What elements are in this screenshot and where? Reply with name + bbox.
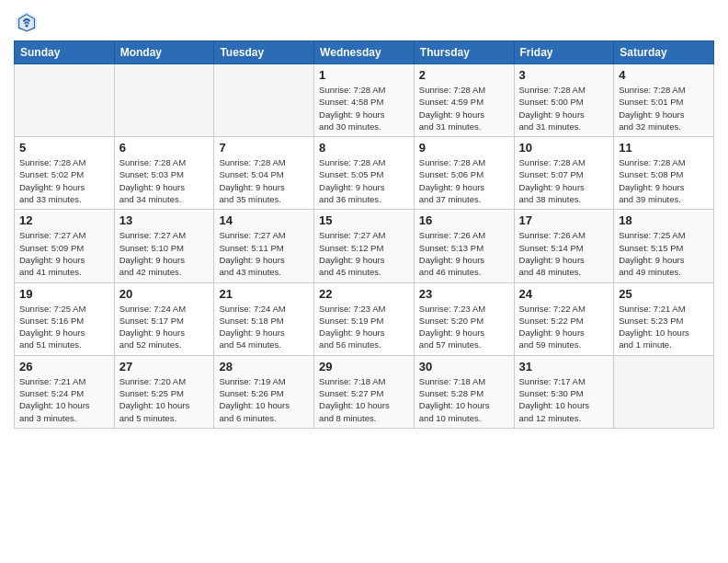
day-info: Sunrise: 7:27 AM Sunset: 5:09 PM Dayligh…: [19, 229, 109, 278]
weekday-header-thursday: Thursday: [414, 41, 514, 64]
day-info: Sunrise: 7:22 AM Sunset: 5:22 PM Dayligh…: [519, 303, 609, 351]
day-number: 3: [519, 68, 609, 82]
calendar-cell: 10Sunrise: 7:28 AM Sunset: 5:07 PM Dayli…: [514, 137, 614, 210]
day-number: 15: [319, 213, 409, 227]
day-number: 12: [19, 213, 109, 227]
calendar-cell: 31Sunrise: 7:17 AM Sunset: 5:30 PM Dayli…: [514, 355, 614, 428]
day-number: 8: [319, 141, 409, 155]
day-info: Sunrise: 7:28 AM Sunset: 5:05 PM Dayligh…: [319, 156, 409, 205]
day-info: Sunrise: 7:28 AM Sunset: 5:01 PM Dayligh…: [619, 84, 709, 132]
day-number: 19: [19, 287, 109, 301]
calendar-cell: 30Sunrise: 7:18 AM Sunset: 5:28 PM Dayli…: [414, 355, 514, 428]
calendar-cell: 20Sunrise: 7:24 AM Sunset: 5:17 PM Dayli…: [114, 282, 214, 355]
day-number: 7: [219, 141, 309, 155]
day-info: Sunrise: 7:24 AM Sunset: 5:17 PM Dayligh…: [119, 303, 210, 351]
weekday-header-monday: Monday: [114, 41, 214, 64]
calendar-cell: 5Sunrise: 7:28 AM Sunset: 5:02 PM Daylig…: [15, 137, 115, 210]
weekday-header-saturday: Saturday: [614, 41, 714, 64]
calendar-cell: 27Sunrise: 7:20 AM Sunset: 5:25 PM Dayli…: [114, 355, 214, 428]
calendar-cell: 13Sunrise: 7:27 AM Sunset: 5:10 PM Dayli…: [114, 210, 214, 282]
calendar-cell: 17Sunrise: 7:26 AM Sunset: 5:14 PM Dayli…: [514, 210, 614, 282]
calendar-header: SundayMondayTuesdayWednesdayThursdayFrid…: [15, 41, 714, 64]
weekday-header-tuesday: Tuesday: [214, 41, 314, 64]
day-info: Sunrise: 7:21 AM Sunset: 5:23 PM Dayligh…: [619, 303, 709, 351]
day-number: 31: [519, 360, 609, 373]
day-number: 10: [519, 141, 609, 155]
day-number: 5: [19, 141, 109, 155]
day-number: 20: [119, 287, 210, 301]
svg-point-2: [26, 25, 28, 28]
day-number: 26: [19, 360, 109, 373]
calendar-cell: 8Sunrise: 7:28 AM Sunset: 5:05 PM Daylig…: [314, 137, 415, 210]
day-info: Sunrise: 7:28 AM Sunset: 5:08 PM Dayligh…: [619, 156, 709, 205]
day-info: Sunrise: 7:26 AM Sunset: 5:13 PM Dayligh…: [419, 229, 509, 278]
day-number: 1: [319, 68, 409, 82]
calendar-cell: 25Sunrise: 7:21 AM Sunset: 5:23 PM Dayli…: [614, 282, 714, 355]
day-number: 11: [619, 141, 709, 155]
day-number: 29: [319, 360, 409, 373]
day-info: Sunrise: 7:21 AM Sunset: 5:24 PM Dayligh…: [19, 375, 109, 424]
calendar-cell: 4Sunrise: 7:28 AM Sunset: 5:01 PM Daylig…: [614, 64, 714, 137]
page-container: SundayMondayTuesdayWednesdayThursdayFrid…: [0, 0, 728, 433]
day-info: Sunrise: 7:27 AM Sunset: 5:10 PM Dayligh…: [119, 229, 210, 278]
day-number: 14: [219, 213, 309, 227]
day-info: Sunrise: 7:18 AM Sunset: 5:28 PM Dayligh…: [419, 375, 509, 424]
day-info: Sunrise: 7:28 AM Sunset: 4:58 PM Dayligh…: [319, 84, 409, 132]
day-info: Sunrise: 7:28 AM Sunset: 5:06 PM Dayligh…: [419, 156, 509, 205]
day-info: Sunrise: 7:18 AM Sunset: 5:27 PM Dayligh…: [319, 375, 409, 424]
day-number: 22: [319, 287, 409, 301]
week-row-1: 1Sunrise: 7:28 AM Sunset: 4:58 PM Daylig…: [15, 64, 714, 137]
calendar-cell: [114, 64, 214, 137]
day-number: 18: [619, 213, 709, 227]
day-info: Sunrise: 7:28 AM Sunset: 4:59 PM Dayligh…: [419, 84, 509, 132]
day-number: 25: [619, 287, 709, 301]
calendar-cell: 9Sunrise: 7:28 AM Sunset: 5:06 PM Daylig…: [414, 137, 514, 210]
week-row-3: 12Sunrise: 7:27 AM Sunset: 5:09 PM Dayli…: [15, 210, 714, 282]
day-info: Sunrise: 7:28 AM Sunset: 5:07 PM Dayligh…: [519, 156, 609, 205]
day-number: 23: [419, 287, 509, 301]
calendar-cell: 23Sunrise: 7:23 AM Sunset: 5:20 PM Dayli…: [414, 282, 514, 355]
day-number: 2: [419, 68, 509, 82]
calendar-cell: 3Sunrise: 7:28 AM Sunset: 5:00 PM Daylig…: [514, 64, 614, 137]
day-number: 13: [119, 213, 210, 227]
day-info: Sunrise: 7:26 AM Sunset: 5:14 PM Dayligh…: [519, 229, 609, 278]
calendar-table: SundayMondayTuesdayWednesdayThursdayFrid…: [14, 40, 714, 429]
calendar-cell: 2Sunrise: 7:28 AM Sunset: 4:59 PM Daylig…: [414, 64, 514, 137]
calendar-body: 1Sunrise: 7:28 AM Sunset: 4:58 PM Daylig…: [15, 64, 714, 429]
day-info: Sunrise: 7:28 AM Sunset: 5:00 PM Dayligh…: [519, 84, 609, 132]
day-info: Sunrise: 7:27 AM Sunset: 5:12 PM Dayligh…: [319, 229, 409, 278]
calendar-cell: 26Sunrise: 7:21 AM Sunset: 5:24 PM Dayli…: [15, 355, 115, 428]
day-info: Sunrise: 7:25 AM Sunset: 5:16 PM Dayligh…: [19, 303, 109, 351]
weekday-header-friday: Friday: [514, 41, 614, 64]
weekday-row: SundayMondayTuesdayWednesdayThursdayFrid…: [15, 41, 714, 64]
calendar-cell: 15Sunrise: 7:27 AM Sunset: 5:12 PM Dayli…: [314, 210, 415, 282]
calendar-cell: 29Sunrise: 7:18 AM Sunset: 5:27 PM Dayli…: [314, 355, 415, 428]
day-info: Sunrise: 7:27 AM Sunset: 5:11 PM Dayligh…: [219, 229, 309, 278]
calendar-cell: 1Sunrise: 7:28 AM Sunset: 4:58 PM Daylig…: [314, 64, 415, 137]
calendar-cell: [214, 64, 314, 137]
day-info: Sunrise: 7:20 AM Sunset: 5:25 PM Dayligh…: [119, 375, 210, 424]
day-number: 17: [519, 213, 609, 227]
weekday-header-sunday: Sunday: [15, 41, 115, 64]
day-number: 27: [119, 360, 210, 373]
day-number: 24: [519, 287, 609, 301]
calendar-cell: [15, 64, 115, 137]
day-info: Sunrise: 7:23 AM Sunset: 5:20 PM Dayligh…: [419, 303, 509, 351]
calendar-cell: 21Sunrise: 7:24 AM Sunset: 5:18 PM Dayli…: [214, 282, 314, 355]
weekday-header-wednesday: Wednesday: [314, 41, 415, 64]
calendar-cell: 22Sunrise: 7:23 AM Sunset: 5:19 PM Dayli…: [314, 282, 415, 355]
day-info: Sunrise: 7:25 AM Sunset: 5:15 PM Dayligh…: [619, 229, 709, 278]
calendar-cell: 14Sunrise: 7:27 AM Sunset: 5:11 PM Dayli…: [214, 210, 314, 282]
day-number: 21: [219, 287, 309, 301]
day-number: 16: [419, 213, 509, 227]
day-number: 28: [219, 360, 309, 373]
logo: [14, 9, 41, 35]
calendar-cell: 12Sunrise: 7:27 AM Sunset: 5:09 PM Dayli…: [15, 210, 115, 282]
day-info: Sunrise: 7:28 AM Sunset: 5:02 PM Dayligh…: [19, 156, 109, 205]
header: [14, 9, 714, 35]
day-info: Sunrise: 7:28 AM Sunset: 5:03 PM Dayligh…: [119, 156, 210, 205]
day-info: Sunrise: 7:28 AM Sunset: 5:04 PM Dayligh…: [219, 156, 309, 205]
calendar-cell: [614, 355, 714, 428]
calendar-cell: 24Sunrise: 7:22 AM Sunset: 5:22 PM Dayli…: [514, 282, 614, 355]
week-row-5: 26Sunrise: 7:21 AM Sunset: 5:24 PM Dayli…: [15, 355, 714, 428]
